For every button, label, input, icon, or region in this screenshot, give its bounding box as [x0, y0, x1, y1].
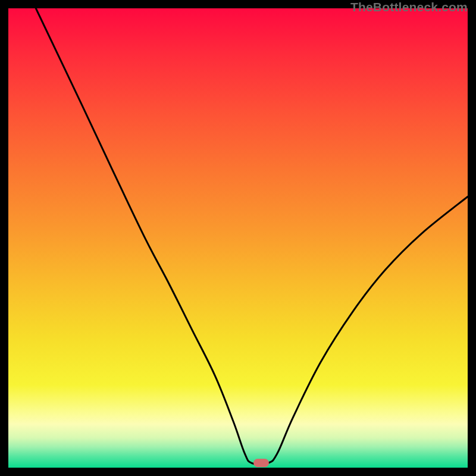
chart-frame: TheBottleneck.com [0, 0, 476, 476]
watermark-text: TheBottleneck.com [350, 0, 468, 14]
optimal-marker [253, 459, 269, 467]
plot-area [8, 8, 468, 468]
bottleneck-curve [8, 8, 468, 468]
